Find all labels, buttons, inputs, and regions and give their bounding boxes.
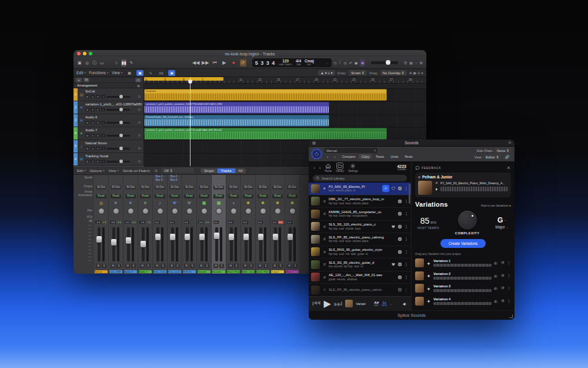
compare-button[interactable]: Compare — [340, 154, 358, 159]
channel-solo-button[interactable]: S — [161, 264, 165, 268]
channel-strip[interactable]: St Out Read ✕ -5.1-5.6 M S Audio 6 — [123, 175, 138, 274]
track-volume-slider[interactable] — [106, 96, 130, 98]
vca-slot[interactable] — [138, 216, 152, 220]
audio-region[interactable]: Drummer — [144, 89, 387, 101]
pan-knob[interactable] — [157, 208, 163, 214]
track-header[interactable]: 6 Ψ Tracking Vocal M S R I — [74, 153, 143, 166]
channel-solo-button[interactable]: S — [131, 264, 136, 268]
loop-icon[interactable] — [322, 250, 327, 254]
channel-mute-button[interactable]: M — [287, 264, 292, 268]
channel-solo-button[interactable]: S — [263, 264, 268, 268]
sample-tags[interactable]: hip hop soul rnb wah guitar el — [329, 253, 396, 256]
automation-mode[interactable]: Read — [213, 194, 223, 198]
record-enable-button[interactable]: R — [96, 108, 100, 111]
variation-waveform[interactable] — [433, 264, 492, 267]
output-slot[interactable]: St Out — [155, 185, 165, 190]
drag-select[interactable]: No Overlap ⇕ — [380, 70, 407, 75]
mixer-filter-all[interactable]: All — [235, 168, 246, 173]
channel-solo-button[interactable]: S — [190, 264, 195, 268]
pan-knob[interactable] — [98, 208, 105, 214]
play-icon[interactable] — [322, 186, 327, 191]
thumbs-up-icon[interactable] — [494, 274, 498, 278]
more-options-icon[interactable] — [404, 250, 409, 254]
volume-fader[interactable] — [156, 227, 159, 261]
channel-strip[interactable]: Bus 2 ◦Bus 6 ◦ St Out Read Ψ 0.0 M S Tra… — [168, 175, 182, 274]
solo-mode-icon[interactable]: ✐ — [349, 61, 352, 65]
variation-waveform[interactable] — [433, 289, 492, 292]
heart-filled-icon[interactable] — [391, 262, 396, 267]
lcd-tempo[interactable]: 120KEEP TEMPO — [279, 59, 292, 66]
track-pan-knob[interactable] — [137, 133, 142, 138]
output-slot[interactable]: St Out — [96, 185, 106, 190]
mixer-filter-tracks[interactable]: Tracks — [218, 168, 235, 173]
link-icon[interactable]: 🔗 — [503, 154, 512, 160]
sample-row[interactable]: SLS_PP_85_electric_piano_calmin — [309, 284, 411, 296]
sends-area[interactable]: Bus 2 ◦Bus 6 ◦ — [168, 175, 182, 185]
view-menu[interactable]: View▾ — [112, 71, 122, 75]
output-slot[interactable]: St Out — [287, 185, 298, 190]
record-button[interactable]: ● — [230, 59, 237, 67]
channel-name[interactable]: Audio 6 — [124, 270, 137, 273]
automation-mode[interactable]: Read — [199, 194, 209, 198]
vca-slot[interactable] — [241, 216, 255, 220]
track-pan-knob[interactable] — [137, 146, 142, 151]
preset-next-button[interactable]: › — [332, 154, 338, 159]
channel-name[interactable]: Ambi..ence — [242, 270, 255, 273]
channel-solo-button[interactable]: S — [175, 264, 180, 268]
nav-forward-icon[interactable]: › — [319, 165, 321, 171]
channel-name[interactable]: Smal..Plate — [227, 270, 240, 273]
downloaded-check-icon[interactable] — [397, 287, 402, 292]
lcd-display[interactable]: 5 3 3 4 120KEEP TEMPO 4/4TIME CmajKEY ⌄ — [252, 58, 332, 67]
channel-mute-button[interactable]: M — [243, 264, 248, 268]
redo-button[interactable]: Redo — [402, 154, 415, 159]
more-options-icon[interactable] — [507, 261, 511, 265]
loop-icon[interactable]: ◌ — [415, 61, 417, 65]
output-slot[interactable]: St Out — [111, 185, 121, 190]
volume-fader[interactable] — [259, 227, 262, 261]
flex-icon[interactable]: [x] — [158, 70, 165, 76]
sample-row[interactable]: SLS_RNS_65_guitar_electric_cryin hip hop… — [309, 246, 411, 259]
more-options-icon[interactable] — [404, 211, 409, 216]
sample-tags[interactable]: hip hop boom bap songstarters — [329, 214, 396, 218]
sample-row[interactable]: DBK_SC_77_electric_piano_loop_m hip hop … — [309, 195, 411, 208]
downloaded-check-icon[interactable] — [397, 250, 402, 254]
channel-strip[interactable]: St Out Read ✱ 0.0 M S Mast — [285, 175, 300, 274]
scale-select[interactable]: Major⌄ — [496, 226, 509, 230]
volume-fader[interactable] — [274, 227, 277, 261]
sample-tags[interactable]: hip hop soul keys electric piano — [329, 202, 396, 205]
rewind-button[interactable]: ◀◀ — [193, 59, 199, 67]
preset-prev-button[interactable]: ‹ — [325, 154, 330, 159]
player-bpm-sync[interactable]: 1xBPM — [382, 301, 387, 307]
more-options-icon[interactable] — [404, 262, 409, 267]
track-volume-slider[interactable] — [106, 161, 130, 163]
input-monitor-button[interactable]: I — [101, 147, 105, 150]
variation-row[interactable]: Variation 3 — [415, 282, 511, 295]
channel-strip[interactable]: St Out Read ✱ 0.0 M S Smal..Hall — [256, 175, 270, 274]
channel-mute-button[interactable]: M — [184, 264, 189, 268]
fader-area[interactable] — [212, 225, 226, 263]
output-slot[interactable]: St Out — [125, 185, 136, 190]
solo-button[interactable]: S — [91, 147, 95, 150]
input-monitor-button[interactable]: I — [101, 95, 105, 98]
channel-name[interactable]: Output — [271, 270, 284, 273]
quick-help-icon[interactable]: ▣ — [77, 59, 82, 67]
sends-area[interactable] — [212, 175, 226, 185]
channel-name[interactable]: Trac..ocal — [168, 270, 181, 273]
automation-mode[interactable]: Read — [155, 194, 165, 198]
thumbs-down-icon[interactable] — [500, 261, 505, 265]
send-slot[interactable]: Bus 2 ◦ — [156, 175, 164, 178]
paste-button[interactable]: Paste — [373, 154, 386, 159]
vca-slot[interactable] — [109, 216, 123, 220]
channel-mute-button[interactable]: M — [272, 264, 277, 268]
functions-menu[interactable]: Functions▾ — [89, 71, 108, 75]
sample-row[interactable]: AE_120_-_Am_-_Wah_Riff_01.wav guitar ele… — [309, 271, 411, 284]
solo-button[interactable]: S — [91, 134, 95, 137]
mixer-options-menu[interactable]: Options▾ — [90, 169, 105, 173]
track-alternatives-icon[interactable]: ◉ — [168, 70, 175, 76]
loop-icon[interactable] — [322, 262, 327, 267]
forward-button[interactable]: ▶▶ — [202, 59, 209, 67]
vca-slot[interactable] — [270, 216, 285, 220]
sample-row[interactable]: PJ_SAV_93_Electric_Pi keys electric pian… — [309, 183, 411, 195]
sends-area[interactable] — [197, 175, 211, 185]
vca-slot[interactable] — [168, 216, 182, 220]
